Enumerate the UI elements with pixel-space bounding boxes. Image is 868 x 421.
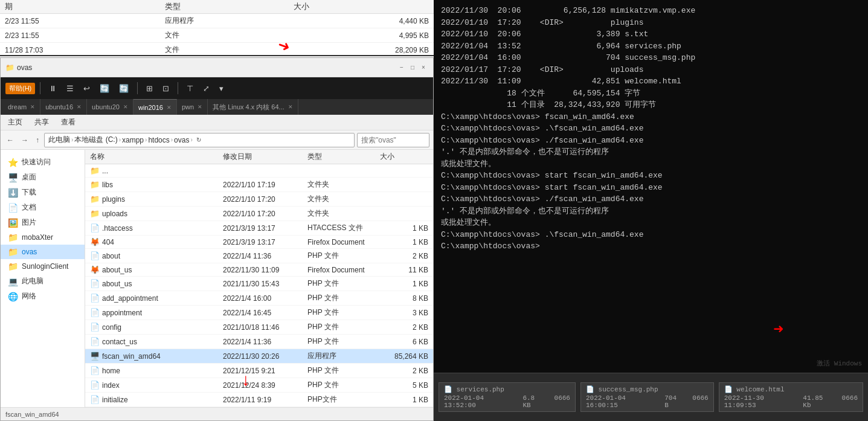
toolbar-btn-8[interactable]: ⊤ (183, 83, 197, 94)
file-size: 1 KB (380, 396, 428, 404)
file-type: 文件夹 (307, 194, 380, 204)
file-type: PHP 文件 (307, 336, 380, 347)
windows-watermark: 激活 Windows (817, 359, 862, 368)
sidebar-item-桌面[interactable]: 🖥️桌面 (1, 170, 85, 185)
terminal-line: 2022/11/30 11:09 42,851 welcome.html (441, 76, 861, 88)
sidebar-item-图片[interactable]: 🖼️图片 (1, 215, 85, 230)
list-item[interactable]: 📄 config 2021/10/18 11:46 PHP 文件 2 KB (85, 320, 433, 335)
sidebar-label: 文档 (22, 202, 36, 213)
toolbar-btn-2[interactable]: ☰ (63, 83, 77, 94)
list-item[interactable]: 📄 about_us 2021/11/30 15:43 PHP 文件 1 KB (85, 277, 433, 291)
nav-back[interactable]: ← (4, 135, 16, 146)
search-input[interactable] (357, 133, 429, 147)
toolbar-btn-10[interactable]: ▾ (216, 83, 227, 94)
toolbar-btn-4[interactable]: 🔄 (96, 83, 113, 94)
tab-close[interactable]: ✕ (77, 104, 82, 110)
list-item[interactable]: 📁 uploads 2022/1/10 17:20 文件夹 (85, 207, 433, 221)
sidebar-item-此电脑[interactable]: 💻此电脑 (1, 274, 85, 289)
toolbar-btn-9[interactable]: ⤢ (199, 83, 213, 94)
toolbar-btn-7[interactable]: ⊡ (159, 83, 173, 94)
tab-item-win2016[interactable]: win2016✕ (133, 99, 177, 115)
toolbar-btn-6[interactable]: ⊞ (143, 83, 156, 94)
file-icon: 📄 (90, 337, 100, 346)
file-name-cell: 🦊 404 (90, 237, 223, 246)
file-size: 1 KB (380, 238, 428, 246)
file-icon: 🦊 (90, 265, 100, 274)
sidebar-item-网络[interactable]: 🌐网络 (1, 289, 85, 304)
thumb-filename: 📄 welcome.html (724, 385, 858, 393)
toolbar-btn-3[interactable]: ↩ (80, 83, 94, 94)
explorer-statusbar: fscan_win_amd64 (1, 407, 433, 420)
sidebar-item-下载[interactable]: ⬇️下载 (1, 185, 85, 200)
tab-bar: dream✕ubuntu16✕ubuntu20✕win2016✕pwn✕其他 L… (1, 99, 433, 115)
nav-up[interactable]: ↑ (33, 135, 42, 146)
file-name-cell: 📄 initialize (90, 395, 223, 404)
list-item[interactable]: 📁 libs 2022/1/10 17:19 文件夹 (85, 178, 433, 192)
sidebar-item-文档[interactable]: 📄文档 (1, 200, 85, 215)
toolbar-btn-5[interactable]: 🔄 (115, 83, 132, 94)
list-item[interactable]: 🦊 about_us 2022/11/30 11:09 Firefox Docu… (85, 263, 433, 277)
menu-view[interactable]: 查看 (59, 116, 78, 129)
sidebar: ⭐快速访问🖥️桌面⬇️下载📄文档🖼️图片📁mobaXter📁ovas📁Sunlo… (1, 150, 85, 407)
sidebar-item-SunloginClient[interactable]: 📁SunloginClient (1, 259, 85, 274)
file-type: 文件夹 (307, 208, 380, 219)
tab-close[interactable]: ✕ (198, 104, 202, 110)
list-item[interactable]: 📄 .htaccess 2021/3/19 13:17 HTACCESS 文件 … (85, 221, 433, 236)
sidebar-item-ovas[interactable]: 📁ovas (1, 245, 85, 259)
tab-item-其他-linux-4.x-内核-64...[interactable]: 其他 Linux 4.x 内核 64...✕ (208, 99, 298, 115)
list-item[interactable]: 📄 about 2022/1/4 11:36 PHP 文件 2 KB (85, 249, 433, 263)
list-item[interactable]: 📄 add_appointment 2022/1/4 16:00 PHP 文件 … (85, 291, 433, 306)
table-row[interactable]: 11/28 17:03文件28,209 KB (0, 43, 434, 57)
menu-home[interactable]: 主页 (5, 116, 25, 129)
file-date: 2022/11/30 20:26 (223, 352, 307, 361)
tab-label: pwn (182, 103, 194, 111)
close-btn[interactable]: × (419, 63, 428, 72)
sidebar-label: 图片 (22, 217, 36, 228)
tab-item-ubuntu20[interactable]: ubuntu20✕ (87, 99, 133, 115)
nav-forward[interactable]: → (19, 135, 31, 146)
file-date: 2022/1/10 17:20 (223, 195, 307, 204)
tab-close[interactable]: ✕ (288, 104, 293, 110)
file-icon: 📄 (90, 251, 100, 260)
sidebar-icon: 🖼️ (8, 218, 18, 228)
list-item[interactable]: 📁 plugins 2022/1/10 17:20 文件夹 (85, 192, 433, 207)
tab-close[interactable]: ✕ (30, 104, 35, 110)
sidebar-label: 此电脑 (22, 276, 43, 286)
file-date: 2022/1/4 16:00 (223, 294, 307, 303)
file-name-cell: 📄 home (90, 366, 223, 375)
file-name-cell: 📄 config (90, 323, 223, 332)
menu-share[interactable]: 共享 (32, 116, 51, 129)
list-item[interactable]: 📁 ... (85, 164, 433, 178)
sidebar-icon: 📁 (8, 262, 18, 271)
refresh-btn[interactable]: ↻ (195, 137, 202, 143)
maximize-btn[interactable]: □ (408, 63, 417, 72)
thumb-filename: 📄 success_msg.php (586, 385, 709, 393)
tab-item-ubuntu16[interactable]: ubuntu16✕ (40, 99, 87, 115)
sidebar-item-mobaXter[interactable]: 📁mobaXter (1, 230, 85, 245)
table-row[interactable]: 2/23 11:55文件4,995 KB (0, 28, 434, 43)
list-item[interactable]: 🖥️ fscan_win_amd64 2022/11/30 20:26 应用程序… (85, 349, 433, 364)
file-name-cell: 📁 libs (90, 180, 223, 189)
col-date: 修改日期 (223, 152, 307, 162)
tab-close[interactable]: ✕ (167, 104, 172, 111)
list-item[interactable]: 📄 initialize 2022/1/11 9:19 PHP文件 1 KB (85, 393, 433, 407)
address-bar[interactable]: 此电脑 › 本地磁盘 (C:) › xampp › htdocs › ovas … (44, 133, 355, 147)
list-item[interactable]: 📄 appointment 2022/1/4 16:45 PHP 文件 3 KB (85, 306, 433, 320)
minimize-btn[interactable]: − (397, 63, 407, 72)
list-item[interactable]: 📄 contact_us 2022/1/4 11:36 PHP 文件 6 KB (85, 335, 433, 349)
tab-item-dream[interactable]: dream✕ (3, 99, 40, 115)
terminal-line: 2022/01/10 17:20 <DIR> plugins (441, 17, 861, 29)
sidebar-item-快速访问[interactable]: ⭐快速访问 (1, 155, 85, 170)
list-item[interactable]: 🦊 404 2021/3/19 13:17 Firefox Document 1… (85, 236, 433, 249)
explorer-window: 📁 ovas − □ × 帮助(H) ⏸ ☰ ↩ 🔄 🔄 ⊞ ⊡ ⊤ ⤢ ▾ (0, 57, 434, 421)
tab-close[interactable]: ✕ (123, 104, 128, 110)
list-item[interactable]: 📄 home 2021/12/15 9:21 PHP 文件 2 KB (85, 364, 433, 378)
help-btn[interactable]: 帮助(H) (5, 83, 35, 94)
list-item[interactable]: 📄 index 2021/12/24 8:39 PHP 文件 5 KB (85, 378, 433, 393)
toolbar-sep-2 (137, 82, 138, 94)
pause-btn[interactable]: ⏸ (45, 83, 60, 94)
tab-item-pwn[interactable]: pwn✕ (177, 99, 208, 115)
cell-type: 应用程序 (160, 14, 289, 28)
table-row[interactable]: 2/23 11:55应用程序4,440 KB (0, 14, 434, 28)
file-type: PHP 文件 (307, 251, 380, 261)
